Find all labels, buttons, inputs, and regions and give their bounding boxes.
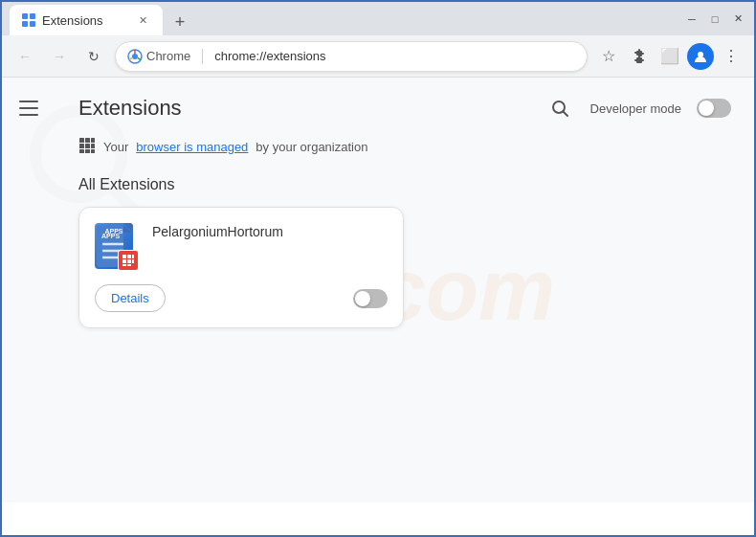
svg-rect-18: [85, 144, 90, 148]
window-controls: ─ □ ✕: [683, 11, 746, 28]
sidebar-menu-button[interactable]: [10, 89, 48, 127]
details-button[interactable]: Details: [95, 284, 166, 312]
developer-mode-toggle[interactable]: [697, 99, 731, 118]
tab-close-button[interactable]: ✕: [134, 11, 151, 29]
url-text: chrome://extensions: [214, 49, 325, 63]
chrome-menu-button[interactable]: ⋮: [718, 43, 745, 70]
svg-rect-14: [79, 138, 84, 143]
extension-footer: Details: [95, 284, 388, 312]
extensions-grid: APPS: [78, 207, 731, 328]
chrome-logo-icon: [127, 49, 143, 64]
svg-rect-21: [85, 149, 90, 153]
svg-rect-2: [22, 21, 28, 27]
svg-rect-34: [132, 259, 134, 263]
management-text-before: Your: [103, 140, 128, 154]
svg-marker-24: [123, 225, 131, 233]
management-grid-icon: [78, 137, 96, 157]
page-header: Extensions Developer mode: [78, 93, 731, 123]
page-content: Extensions Developer mode: [56, 78, 754, 503]
extensions-puzzle-button[interactable]: [626, 43, 653, 70]
svg-rect-33: [127, 259, 131, 263]
svg-rect-32: [122, 259, 126, 263]
svg-rect-19: [91, 144, 95, 148]
profile-avatar[interactable]: [687, 43, 714, 70]
extension-name: PelargoniumHortorum: [152, 223, 283, 242]
url-bar[interactable]: Chrome chrome://extensions: [115, 41, 588, 72]
header-right: Developer mode: [545, 93, 731, 123]
chrome-label: Chrome: [146, 49, 190, 63]
search-button[interactable]: [545, 93, 575, 123]
reload-button[interactable]: ↻: [80, 43, 107, 70]
extension-overlay-icon: [118, 250, 139, 271]
page-title: Extensions: [78, 96, 182, 121]
section-title: All Extensions: [78, 176, 731, 193]
maximize-button[interactable]: □: [706, 11, 723, 28]
tab-label: Extensions: [42, 13, 103, 28]
managed-link[interactable]: browser is managed: [136, 140, 248, 154]
svg-rect-1: [30, 13, 35, 19]
title-bar: Extensions ✕ + ─ □ ✕: [2, 2, 754, 35]
svg-rect-35: [122, 264, 126, 266]
svg-rect-20: [79, 149, 84, 153]
toolbar-icons: ☆ ⬜ ⋮: [595, 43, 745, 70]
back-button[interactable]: ←: [11, 43, 38, 70]
url-separator: [202, 49, 203, 64]
svg-point-5: [132, 54, 138, 59]
minimize-button[interactable]: ─: [683, 11, 700, 28]
bookmark-button[interactable]: ☆: [595, 43, 622, 70]
sidebar: [2, 78, 56, 503]
svg-rect-30: [127, 255, 131, 258]
svg-rect-29: [122, 255, 126, 258]
svg-text:APPS: APPS: [101, 233, 120, 239]
svg-rect-31: [132, 255, 134, 258]
svg-rect-0: [22, 13, 28, 19]
sidebar-button[interactable]: ⬜: [656, 43, 683, 70]
svg-rect-17: [79, 144, 84, 148]
svg-rect-15: [85, 138, 90, 143]
active-tab[interactable]: Extensions ✕: [10, 5, 163, 35]
tab-bar: Extensions ✕ +: [10, 2, 678, 35]
management-text-after: by your organization: [256, 140, 367, 154]
forward-button[interactable]: →: [46, 43, 73, 70]
extension-icon-main: APPS: [95, 223, 133, 269]
extension-icon: APPS: [95, 223, 141, 269]
close-button[interactable]: ✕: [729, 11, 746, 28]
chrome-identity: Chrome: [127, 49, 190, 64]
svg-rect-11: [19, 114, 38, 116]
svg-rect-3: [30, 21, 35, 27]
extension-header: APPS: [95, 223, 388, 269]
main-content: risk.com Extensions Developer mode: [2, 78, 754, 503]
address-bar: ← → ↻ Chrome chrome://extensions ☆ ⬜: [2, 35, 754, 78]
extension-info: PelargoniumHortorum: [152, 223, 283, 242]
tab-favicon: [21, 12, 36, 28]
svg-rect-16: [91, 138, 95, 143]
svg-rect-22: [91, 149, 95, 153]
extension-toggle[interactable]: [353, 289, 388, 308]
svg-rect-36: [127, 264, 131, 266]
developer-mode-label: Developer mode: [590, 101, 681, 116]
svg-rect-9: [19, 101, 38, 102]
new-tab-button[interactable]: +: [167, 9, 193, 35]
svg-line-13: [563, 112, 567, 117]
extension-card: APPS: [78, 207, 404, 328]
management-notice: Your browser is managed by your organiza…: [78, 137, 731, 157]
svg-rect-10: [19, 107, 38, 109]
